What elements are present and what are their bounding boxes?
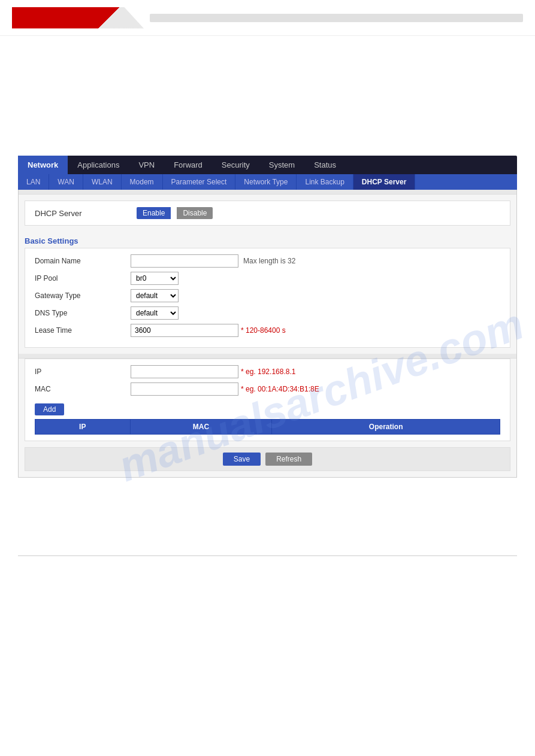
logo-gray (150, 14, 523, 22)
static-ip-row: IP * eg. 192.168.8.1 (35, 365, 500, 378)
nav-item-status[interactable]: Status (304, 156, 346, 174)
lease-time-input[interactable] (131, 324, 238, 337)
add-button[interactable]: Add (35, 403, 64, 415)
static-mac-hint: * eg. 00:1A:4D:34:B1:8E (241, 385, 319, 393)
static-ip-input[interactable] (131, 365, 238, 378)
table-header-row: IP MAC Operation (35, 420, 500, 435)
bottom-bar: Save Refresh (25, 447, 510, 471)
dhcp-server-label: DHCP Server (35, 209, 131, 218)
save-button[interactable]: Save (223, 453, 261, 466)
table-header-mac: MAC (130, 420, 272, 435)
ip-pool-row: IP Pool br0 (35, 272, 500, 285)
logo-red (12, 7, 144, 29)
domain-name-hint: Max length is 32 (243, 257, 295, 265)
section-divider-top (19, 190, 516, 195)
ip-pool-select[interactable]: br0 (131, 272, 179, 285)
refresh-button[interactable]: Refresh (265, 453, 312, 466)
ip-pool-label: IP Pool (35, 274, 131, 283)
subnav-wan[interactable]: WAN (49, 174, 83, 190)
basic-settings-panel: Domain Name Max length is 32 IP Pool br0… (25, 248, 510, 348)
domain-name-input[interactable] (131, 254, 238, 268)
gateway-type-select[interactable]: default (131, 289, 179, 302)
subnav-lan[interactable]: LAN (18, 174, 49, 190)
domain-name-label: Domain Name (35, 257, 131, 265)
lease-time-label: Lease Time (35, 326, 131, 335)
domain-name-row: Domain Name Max length is 32 (35, 254, 500, 268)
subnav-dhcp-server[interactable]: DHCP Server (353, 174, 415, 190)
content-area: DHCP Server Enable Disable Basic Setting… (18, 190, 517, 478)
static-ip-label: IP (35, 368, 131, 376)
nav-item-forward[interactable]: Forward (164, 156, 212, 174)
page-wrapper: manualsarchive.com Network Applications … (0, 36, 535, 754)
static-ip-panel: IP * eg. 192.168.8.1 MAC * eg. 00:1A:4D:… (25, 359, 510, 441)
nav-item-applications[interactable]: Applications (68, 156, 129, 174)
dns-type-label: DNS Type (35, 309, 131, 317)
main-nav: Network Applications VPN Forward Securit… (18, 156, 517, 174)
enable-button[interactable]: Enable (137, 207, 171, 219)
nav-item-vpn[interactable]: VPN (129, 156, 164, 174)
sub-nav: LAN WAN WLAN Modem Parameter Select Netw… (18, 174, 517, 190)
table-header-operation: Operation (272, 420, 500, 435)
static-mac-label: MAC (35, 385, 131, 393)
section-divider-mid (19, 354, 516, 359)
lease-time-hint: * 120-86400 s (241, 326, 286, 335)
nav-item-network[interactable]: Network (18, 156, 68, 174)
static-ip-table: IP MAC Operation (35, 419, 500, 435)
footer-line (18, 555, 517, 556)
subnav-parameter-select[interactable]: Parameter Select (163, 174, 236, 190)
lease-time-row: Lease Time * 120-86400 s (35, 324, 500, 337)
subnav-link-backup[interactable]: Link Backup (297, 174, 353, 190)
dns-type-row: DNS Type default (35, 306, 500, 320)
subnav-wlan[interactable]: WLAN (83, 174, 122, 190)
header (0, 0, 535, 36)
dhcp-row: DHCP Server Enable Disable (35, 207, 500, 219)
disable-button[interactable]: Disable (177, 207, 213, 219)
gateway-type-row: Gateway Type default (35, 289, 500, 302)
nav-item-security[interactable]: Security (212, 156, 259, 174)
basic-settings-title: Basic Settings (19, 232, 516, 248)
static-ip-hint: * eg. 192.168.8.1 (241, 368, 295, 376)
static-mac-input[interactable] (131, 382, 238, 396)
dhcp-server-panel: DHCP Server Enable Disable (25, 201, 510, 226)
static-mac-row: MAC * eg. 00:1A:4D:34:B1:8E (35, 382, 500, 396)
dns-type-select[interactable]: default (131, 306, 179, 320)
subnav-network-type[interactable]: Network Type (235, 174, 297, 190)
subnav-modem[interactable]: Modem (122, 174, 163, 190)
table-header-ip: IP (35, 420, 131, 435)
nav-item-system[interactable]: System (259, 156, 304, 174)
gateway-type-label: Gateway Type (35, 292, 131, 300)
